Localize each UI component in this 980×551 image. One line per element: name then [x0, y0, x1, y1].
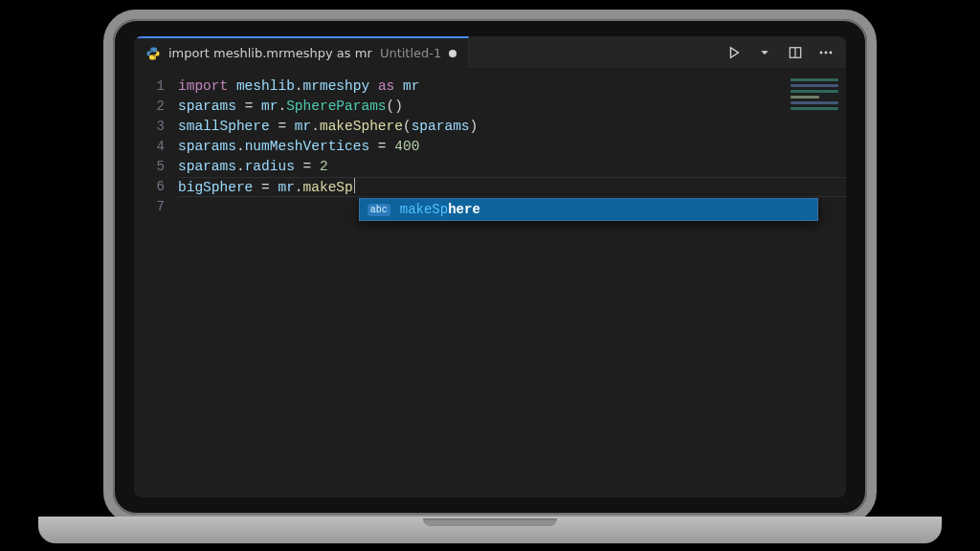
editor-area[interactable]: 1234567 import meshlib.mrmeshpy as mrspa…: [134, 69, 846, 497]
text-cursor: [354, 177, 355, 193]
svg-rect-0: [790, 47, 800, 57]
split-editor-button[interactable]: [785, 42, 806, 63]
line-number: 4: [134, 137, 178, 157]
line-number-gutter: 1234567: [134, 69, 178, 497]
code-line[interactable]: smallSphere = mr.makeSphere(sparams): [178, 117, 846, 137]
code-line[interactable]: sparams = mr.SphereParams(): [178, 97, 846, 117]
more-actions-button[interactable]: [815, 42, 836, 63]
code-view[interactable]: import meshlib.mrmeshpy as mrsparams = m…: [178, 69, 846, 497]
line-number: 7: [134, 197, 178, 217]
code-line[interactable]: bigSphere = mr.makeSp: [178, 177, 846, 197]
laptop-base: [38, 517, 942, 543]
svg-point-4: [830, 51, 833, 54]
tab-title: import meshlib.mrmeshpy as mr Untitled-1: [168, 46, 441, 60]
suggest-kind-badge: abc: [368, 204, 390, 216]
autocomplete-popup[interactable]: abcmakeSphere: [359, 198, 818, 221]
code-line[interactable]: import meshlib.mrmeshpy as mr: [178, 77, 846, 97]
svg-point-2: [820, 51, 823, 54]
line-number: 3: [134, 117, 178, 137]
line-number: 6: [134, 177, 178, 197]
editor-toolbar: [724, 36, 846, 68]
suggest-label: makeSphere: [400, 202, 480, 217]
run-button[interactable]: [724, 42, 745, 63]
editor-tab-row: import meshlib.mrmeshpy as mr Untitled-1: [134, 36, 846, 69]
code-line[interactable]: sparams.numMeshVertices = 400: [178, 137, 846, 157]
run-dropdown[interactable]: [754, 42, 775, 63]
svg-point-3: [825, 51, 828, 54]
python-file-icon: [145, 46, 161, 61]
editor-window: import meshlib.mrmeshpy as mr Untitled-1: [134, 36, 846, 497]
tab-filename: Untitled-1: [380, 46, 441, 60]
autocomplete-item[interactable]: abcmakeSphere: [360, 199, 817, 220]
code-line[interactable]: sparams.radius = 2: [178, 157, 846, 177]
line-number: 2: [134, 97, 178, 117]
editor-tab-active[interactable]: import meshlib.mrmeshpy as mr Untitled-1: [134, 36, 469, 68]
line-number: 1: [134, 77, 178, 97]
tab-dirty-indicator: [449, 50, 457, 57]
line-number: 5: [134, 157, 178, 177]
laptop-bezel: import meshlib.mrmeshpy as mr Untitled-1: [103, 10, 877, 524]
